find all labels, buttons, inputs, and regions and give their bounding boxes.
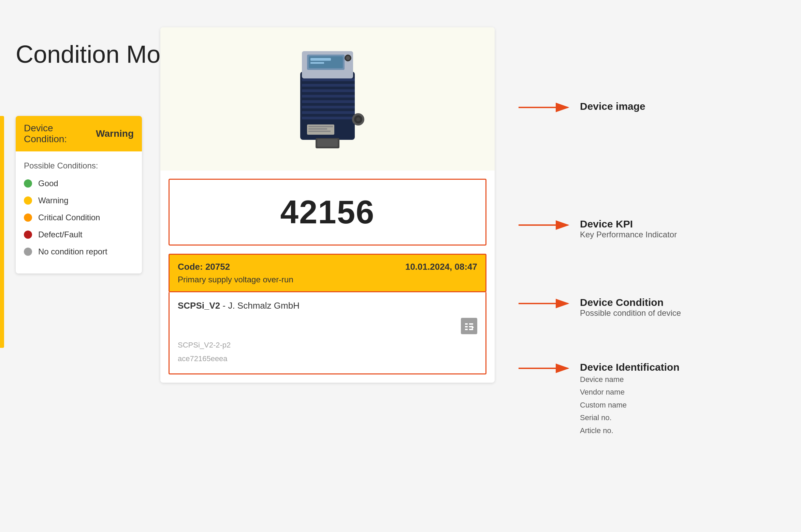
svg-rect-15 <box>302 106 355 108</box>
device-image-section <box>160 27 495 171</box>
device-image-annotation: Device image <box>519 101 645 114</box>
good-dot <box>24 179 32 188</box>
device-svg <box>290 44 365 153</box>
svg-rect-32 <box>469 329 473 330</box>
svg-rect-6 <box>310 58 331 61</box>
device-id-lines: Device name Vendor name Custom name Seri… <box>580 373 680 437</box>
device-name-row: SCPSi_V2 - J. Schmalz GmbH <box>178 300 477 311</box>
kpi-value: 42156 <box>280 194 375 230</box>
device-id-text: Device Identification Device name Vendor… <box>580 361 680 437</box>
device-id-arrow <box>519 361 573 375</box>
device-condition-ann-subtitle: Possible condition of device <box>580 308 681 318</box>
kpi-section: 42156 <box>169 179 486 246</box>
svg-rect-7 <box>310 62 324 64</box>
critical-dot <box>24 213 32 222</box>
svg-rect-12 <box>302 89 355 92</box>
critical-label: Critical Condition <box>38 213 100 222</box>
device-image-arrow-svg <box>519 101 573 114</box>
condition-item-warning: Warning <box>24 196 134 205</box>
device-name: SCPSi_V2 <box>178 300 220 311</box>
good-label: Good <box>38 179 58 188</box>
warning-label: Warning <box>38 196 68 205</box>
device-kpi-text: Device KPI Key Performance Indicator <box>580 218 677 239</box>
detail-list-icon <box>464 321 474 331</box>
device-kpi-title: Device KPI <box>580 218 677 230</box>
device-id-annotation: Device Identification Device name Vendor… <box>519 361 680 437</box>
device-condition-header: Device Condition: Warning <box>16 116 142 151</box>
svg-rect-13 <box>302 95 355 98</box>
none-dot <box>24 248 32 256</box>
device-icon-row <box>178 318 477 334</box>
device-condition-text: Device Condition Possible condition of d… <box>580 297 681 318</box>
svg-rect-16 <box>302 111 355 114</box>
svg-rect-31 <box>465 329 468 330</box>
device-id-line-5: Article no. <box>580 424 680 437</box>
possible-conditions-list: Possible Conditions: Good Warning Critic… <box>16 151 142 274</box>
svg-rect-11 <box>302 84 355 87</box>
device-condition-arrow <box>519 297 573 310</box>
device-serial: ace72165eeea <box>178 352 477 366</box>
condition-item-critical: Critical Condition <box>24 213 134 222</box>
defect-label: Defect/Fault <box>38 230 82 239</box>
svg-rect-27 <box>465 323 468 325</box>
left-border-bar <box>0 116 4 348</box>
svg-rect-24 <box>308 126 333 127</box>
device-condition-ann-title: Device Condition <box>580 297 681 308</box>
svg-rect-10 <box>302 78 355 81</box>
condition-description: Primary supply voltage over-run <box>178 275 477 284</box>
condition-item-good: Good <box>24 179 134 188</box>
device-id-line-2: Vendor name <box>580 386 680 398</box>
condition-item-defect: Defect/Fault <box>24 230 134 239</box>
svg-rect-26 <box>308 131 331 132</box>
condition-code: Code: 20752 <box>178 262 230 272</box>
device-condition-annotation: Device Condition Possible condition of d… <box>519 297 681 318</box>
device-image-text: Device image <box>580 101 645 112</box>
device-vendor-separator: - <box>223 300 228 311</box>
device-condition-label: Device Condition: <box>24 123 92 145</box>
device-kpi-subtitle: Key Performance Indicator <box>580 230 677 239</box>
condition-date: 10.01.2024, 08:47 <box>405 262 477 272</box>
detail-icon[interactable] <box>461 318 477 334</box>
device-id-line-4: Serial no. <box>580 411 680 424</box>
device-id-section: SCPSi_V2 - J. Schmalz GmbH SCPSi_V2-2-p2 <box>169 292 486 374</box>
device-kpi-arrow-svg <box>519 218 573 232</box>
device-image <box>283 41 372 157</box>
device-kpi-arrow <box>519 218 573 232</box>
device-condition-arrow-svg <box>519 297 573 310</box>
main-card: 42156 Code: 20752 10.01.2024, 08:47 Prim… <box>160 27 495 383</box>
device-id-ann-title: Device Identification <box>580 361 680 373</box>
svg-rect-17 <box>302 117 355 119</box>
possible-conditions-title: Possible Conditions: <box>24 161 134 171</box>
condition-code-row: Code: 20752 10.01.2024, 08:47 <box>178 262 477 272</box>
device-id-line-3: Custom name <box>580 399 680 411</box>
device-vendor: J. Schmalz GmbH <box>228 300 300 311</box>
device-id-arrow-svg <box>519 361 573 375</box>
svg-rect-14 <box>302 100 355 103</box>
device-condition-section: Code: 20752 10.01.2024, 08:47 Primary su… <box>169 254 486 292</box>
svg-rect-29 <box>465 326 468 327</box>
svg-point-9 <box>346 56 350 60</box>
svg-point-20 <box>356 117 360 121</box>
device-image-title: Device image <box>580 101 645 112</box>
device-id-line-1: Device name <box>580 373 680 386</box>
svg-rect-25 <box>308 128 327 130</box>
device-image-arrow <box>519 101 573 114</box>
device-custom-name: SCPSi_V2-2-p2 <box>178 338 477 352</box>
device-sub-info: SCPSi_V2-2-p2 ace72165eeea <box>178 338 477 365</box>
device-condition-value: Warning <box>96 128 134 139</box>
warning-dot <box>24 196 32 205</box>
svg-rect-22 <box>317 139 338 147</box>
svg-rect-28 <box>469 323 473 325</box>
condition-item-none: No condition report <box>24 247 134 256</box>
none-label: No condition report <box>38 247 107 256</box>
defect-dot <box>24 231 32 239</box>
device-condition-card: Device Condition: Warning Possible Condi… <box>16 116 142 274</box>
device-kpi-annotation: Device KPI Key Performance Indicator <box>519 218 677 239</box>
